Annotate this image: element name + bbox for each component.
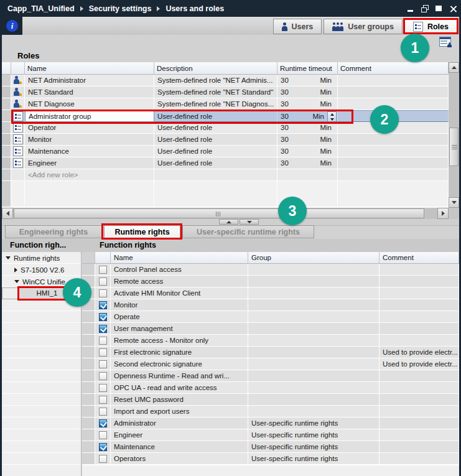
right-checkbox[interactable] [99,431,107,439]
checkbox-cell[interactable] [95,382,111,394]
right-checkbox[interactable] [99,408,107,416]
tree-item[interactable]: Runtime rights [2,252,81,264]
right-name-cell[interactable]: OPC UA - read and write access [111,382,248,394]
column-header-name[interactable]: Name [111,252,248,264]
checkbox-cell[interactable] [95,276,111,287]
checkbox-cell[interactable] [95,406,111,418]
right-name-cell[interactable]: Administrator [111,418,248,429]
function-right-row[interactable]: Maintenance User-specific runtime rights [82,441,459,453]
row-header-cell[interactable] [2,169,11,181]
right-checkbox[interactable] [99,325,107,333]
tree-expander-icon[interactable] [6,256,11,259]
restore-icon[interactable] [421,5,429,12]
function-right-row[interactable]: Monitor [82,299,459,311]
role-comment-cell[interactable] [338,169,449,181]
role-timeout-cell[interactable]: 30 Min [277,86,338,98]
role-name-cell[interactable]: Administrator group [25,110,154,122]
tree-expander-icon[interactable] [14,268,17,273]
right-name-cell[interactable]: Import and export users [111,406,248,418]
row-header-cell[interactable] [82,394,95,406]
right-group-cell[interactable] [248,382,380,394]
checkbox-cell[interactable] [95,287,111,299]
checkbox-cell[interactable] [95,347,111,358]
function-right-row[interactable]: Reset UMC password [82,394,459,406]
right-group-cell[interactable] [248,323,380,335]
role-timeout-cell[interactable]: 30 Min [277,98,338,110]
row-header-cell[interactable] [82,418,95,429]
right-comment-cell[interactable] [380,335,459,347]
row-header-cell[interactable] [82,429,95,441]
right-name-cell[interactable]: Activate HMI Monitor Client [111,287,248,299]
role-comment-cell[interactable] [338,75,449,86]
role-comment-cell[interactable] [338,157,449,169]
right-comment-cell[interactable] [380,406,459,418]
role-description-cell[interactable]: System-defined role "NET Diagnos... [154,98,277,110]
role-name-cell[interactable]: Operator [25,122,154,134]
right-checkbox[interactable] [99,266,107,274]
right-name-cell[interactable]: Reset UMC password [111,394,248,406]
right-group-cell[interactable] [248,358,380,370]
right-group-cell[interactable] [248,299,380,311]
role-description-cell[interactable]: User-defined role [154,110,277,122]
checkbox-cell[interactable] [95,358,111,370]
tree-item[interactable]: S7-1500 V2.6 [2,264,81,276]
scroll-left-button[interactable] [2,208,13,219]
role-name-cell[interactable]: Monitor [25,134,154,146]
right-group-cell[interactable] [248,370,380,382]
users-button[interactable]: Users [273,19,322,34]
checkbox-cell[interactable] [95,441,111,453]
row-header-cell[interactable] [2,110,11,122]
role-description-cell[interactable]: System-defined role "NET Adminis... [154,75,277,86]
function-right-row[interactable]: Operators User-specific runtime rights [82,453,459,465]
assign-user-table-icon[interactable] [439,37,451,47]
right-group-cell[interactable] [248,276,380,287]
checkbox-cell[interactable] [95,311,111,323]
role-row[interactable]: Maintenance User-defined role 30 Min [2,146,449,157]
tab-runtime-rights[interactable]: Runtime rights [104,225,180,238]
right-checkbox[interactable] [99,419,107,427]
role-row[interactable]: NET Administrator System-defined role "N… [2,75,449,86]
function-right-row[interactable]: Second electronic signature Used to prov… [82,358,459,370]
scroll-down-button[interactable] [449,197,459,208]
right-group-cell[interactable] [248,394,380,406]
right-checkbox[interactable] [99,443,107,451]
right-checkbox[interactable] [99,455,107,463]
right-name-cell[interactable]: Control Panel access [111,264,248,276]
function-right-row[interactable]: Activate HMI Monitor Client [82,287,459,299]
right-comment-cell[interactable] [380,418,459,429]
row-header-cell[interactable] [82,370,95,382]
scroll-right-button[interactable] [437,208,449,219]
role-description-cell[interactable]: User-defined role [154,122,277,134]
right-group-cell[interactable]: User-specific runtime rights [248,453,380,465]
right-checkbox[interactable] [99,289,107,297]
row-header-cell[interactable] [2,134,11,146]
vertical-scroll-thumb[interactable] [449,128,459,166]
right-checkbox[interactable] [99,278,107,286]
right-checkbox[interactable] [99,337,107,345]
right-comment-cell[interactable]: Used to provide electr... [380,358,459,370]
checkbox-cell[interactable] [95,370,111,382]
horizontal-scroll-thumb[interactable] [14,208,424,218]
right-checkbox[interactable] [99,372,107,380]
role-description-cell[interactable]: User-defined role [154,157,277,169]
right-name-cell[interactable]: Operate [111,311,248,323]
right-group-cell[interactable] [248,406,380,418]
right-group-cell[interactable]: User-specific runtime rights [248,429,380,441]
checkbox-cell[interactable] [95,418,111,429]
function-right-row[interactable]: Remote access - Monitor only [82,335,459,347]
role-row[interactable]: NET Standard System-defined role "NET St… [2,86,449,98]
role-row[interactable]: Engineer User-defined role 30 Min [2,157,449,169]
breadcrumb-users-and-roles[interactable]: Users and roles [165,4,224,13]
role-comment-cell[interactable] [338,146,449,157]
info-button[interactable]: i [2,17,22,35]
role-description-cell[interactable] [154,169,277,181]
right-comment-cell[interactable] [380,323,459,335]
right-name-cell[interactable]: Engineer [111,429,248,441]
right-checkbox[interactable] [99,396,107,404]
role-row[interactable]: Monitor User-defined role 30 Min [2,134,449,146]
timeout-spinner[interactable] [327,111,337,122]
right-checkbox[interactable] [99,301,107,309]
right-name-cell[interactable]: Remote access [111,276,248,287]
right-name-cell[interactable]: Monitor [111,299,248,311]
splitter-collapse-up-button[interactable] [219,219,238,225]
